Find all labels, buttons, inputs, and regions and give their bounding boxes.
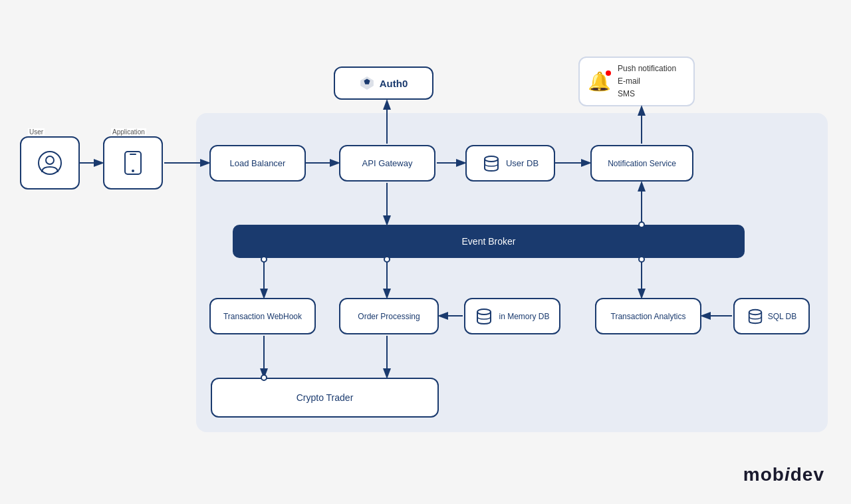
user-db-icon (482, 154, 501, 173)
txn-analytics-box: Transaction Analytics (595, 298, 701, 334)
load-balancer-box: Load Balancer (209, 145, 306, 182)
application-box: Application (103, 136, 163, 189)
auth0-icon (360, 76, 374, 90)
svg-point-6 (132, 170, 134, 172)
sql-db-icon (747, 308, 764, 325)
event-broker-box: Event Broker (233, 225, 745, 258)
event-broker-label: Event Broker (462, 236, 516, 247)
user-db-label: User DB (506, 158, 539, 168)
auth0-label: Auth0 (380, 78, 408, 89)
notif-info-text: Push notification E-mail SMS (618, 63, 676, 101)
sql-db-box: SQL DB (733, 298, 810, 334)
svg-point-3 (46, 156, 54, 164)
diagram-area: Auth0 🔔 Push notification E-mail SMS Use… (0, 0, 851, 504)
svg-point-7 (485, 156, 498, 162)
sql-db-label: SQL DB (768, 312, 797, 321)
api-gateway-box: API Gateway (339, 145, 435, 182)
mobidev-logo: mobidev (743, 464, 824, 485)
auth0-box: Auth0 (334, 66, 433, 100)
load-balancer-label: Load Balancer (230, 158, 286, 168)
notification-service-box: Notification Service (590, 145, 693, 182)
in-memory-db-box: in Memory DB (464, 298, 560, 334)
api-gateway-label: API Gateway (362, 158, 413, 168)
svg-point-8 (477, 309, 491, 315)
crypto-trader-label: Crypto Trader (297, 392, 354, 403)
crypto-trader-box: Crypto Trader (211, 378, 439, 418)
svg-point-9 (749, 309, 761, 314)
phone-icon (123, 151, 143, 175)
in-memory-db-label: in Memory DB (499, 312, 549, 321)
order-processing-box: Order Processing (339, 298, 439, 334)
in-memory-db-icon (475, 307, 493, 326)
notification-service-label: Notification Service (608, 159, 676, 168)
bell-icon: 🔔 (588, 70, 611, 92)
notif-info-box: 🔔 Push notification E-mail SMS (578, 57, 695, 106)
user-db-box: User DB (465, 145, 555, 182)
txn-webhook-box: Transaction WebHook (209, 298, 316, 334)
txn-webhook-label: Transaction WebHook (223, 312, 302, 321)
user-box: User (20, 136, 80, 189)
user-label: User (28, 128, 45, 136)
txn-analytics-label: Transaction Analytics (611, 312, 686, 321)
application-label: Application (111, 128, 146, 136)
order-processing-label: Order Processing (358, 312, 420, 321)
user-icon (38, 151, 62, 175)
